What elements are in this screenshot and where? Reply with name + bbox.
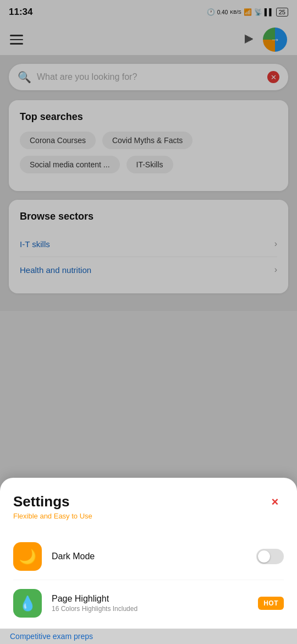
settings-title-block: Settings Flexible and Easy to Use — [13, 493, 92, 520]
page-highlight-sublabel: 16 Colors Highlights Included — [52, 605, 248, 613]
search-clear-button[interactable]: ✕ — [267, 71, 279, 83]
hot-badge: HOT — [258, 597, 284, 610]
status-bar: 11:34 🕐 0.40 KB/S 📶 📡 ▌▌ 25 — [0, 0, 297, 24]
sector-it-skills-label: I-T skills — [20, 239, 50, 249]
avatar[interactable] — [263, 28, 287, 52]
main-content: 🔍 What are you looking for? ✕ Top search… — [0, 55, 297, 311]
dark-mode-icon-wrap: 🌙 — [13, 542, 42, 571]
top-searches-card: Top searches Corona Courses Covid Myths … — [9, 100, 288, 191]
tag-social-media[interactable]: Social media content ... — [20, 156, 120, 173]
settings-subtitle: Flexible and Easy to Use — [13, 512, 92, 520]
settings-title: Settings — [13, 493, 92, 510]
status-icons: 🕐 0.40 KB/S 📶 📡 ▌▌ 25 — [207, 8, 288, 17]
settings-sheet: Settings Flexible and Easy to Use × 🌙 Da… — [0, 478, 297, 644]
tag-corona-courses[interactable]: Corona Courses — [20, 132, 96, 149]
settings-close-button[interactable]: × — [266, 493, 284, 511]
tag-it-skills[interactable]: IT-Skills — [127, 156, 173, 173]
moon-icon: 🌙 — [19, 548, 36, 565]
data-speed: 0.40 — [217, 9, 228, 15]
dark-mode-label: Dark Mode — [52, 552, 246, 561]
search-placeholder[interactable]: What are you looking for? — [37, 72, 267, 82]
signal-icon: ▌▌ — [265, 8, 274, 16]
peek-text: Competitive exam preps — [0, 629, 297, 644]
data-unit: KB/S — [230, 9, 241, 15]
search-bar[interactable]: 🔍 What are you looking for? ✕ — [9, 64, 288, 90]
hamburger-menu[interactable] — [10, 35, 23, 45]
tags-row-1: Corona Courses Covid Myths & Facts — [20, 132, 277, 149]
page-highlight-label-block: Page Highlight 16 Colors Highlights Incl… — [52, 594, 248, 613]
sector-health-arrow: › — [274, 265, 277, 275]
page-highlight-label: Page Highlight — [52, 594, 248, 604]
settings-header: Settings Flexible and Easy to Use × — [13, 493, 284, 520]
status-time: 11:34 — [9, 7, 32, 18]
hamburger-line3 — [10, 43, 23, 45]
hamburger-line1 — [10, 35, 23, 36]
nav-right: ⯈ — [244, 28, 287, 52]
drop-icon: 💧 — [19, 595, 36, 612]
dark-mode-toggle[interactable] — [256, 549, 284, 564]
page-highlight-icon-wrap: 💧 — [13, 589, 42, 618]
close-icon: × — [272, 495, 279, 509]
dark-mode-label-block: Dark Mode — [52, 552, 246, 561]
browse-sectors-title: Browse sectors — [20, 211, 277, 222]
battery-icon: 25 — [276, 8, 288, 17]
search-icon: 🔍 — [18, 70, 31, 84]
share-icon[interactable]: ⯈ — [244, 34, 255, 46]
dark-mode-row: 🌙 Dark Mode — [13, 533, 284, 580]
hamburger-line2 — [10, 39, 23, 41]
sector-it-skills[interactable]: I-T skills › — [20, 231, 277, 257]
sector-health-nutrition[interactable]: Health and nutrition › — [20, 257, 277, 282]
alarm-icon: 🕐 — [207, 8, 215, 16]
page-highlight-row: 💧 Page Highlight 16 Colors Highlights In… — [13, 580, 284, 626]
top-searches-title: Top searches — [20, 111, 277, 123]
tags-row-2: Social media content ... IT-Skills — [20, 156, 277, 173]
tag-covid-myths[interactable]: Covid Myths & Facts — [102, 132, 193, 149]
network-icon: 📡 — [254, 8, 262, 16]
nav-bar: ⯈ — [0, 24, 297, 55]
sector-health-label: Health and nutrition — [20, 265, 91, 275]
sector-it-skills-arrow: › — [274, 239, 277, 249]
browse-sectors-card: Browse sectors I-T skills › Health and n… — [9, 200, 288, 293]
wifi-icon: 📶 — [244, 8, 252, 16]
